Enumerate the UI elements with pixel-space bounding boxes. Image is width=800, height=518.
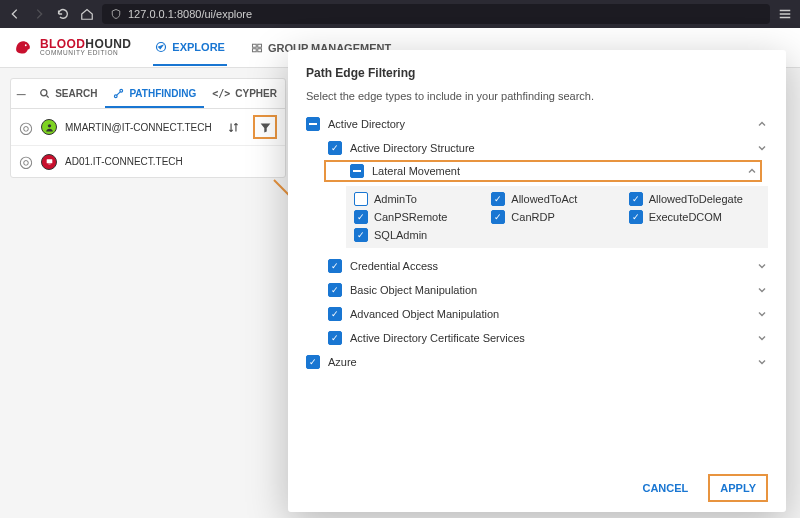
group-azure[interactable]: Azure	[306, 350, 768, 374]
edge-label: SQLAdmin	[374, 229, 427, 241]
group-adv-label: Advanced Object Manipulation	[350, 308, 748, 320]
target-icon: ◎	[19, 152, 33, 171]
tab-pathfinding[interactable]: PATHFINDING	[105, 79, 204, 108]
svg-point-0	[25, 44, 27, 46]
back-icon[interactable]	[8, 7, 22, 21]
computer-icon	[41, 154, 57, 170]
end-node-text: AD01.IT-CONNECT.TECH	[65, 156, 277, 167]
logo-icon	[12, 37, 34, 59]
code-icon: </>	[212, 88, 230, 99]
checkbox-unchecked-icon[interactable]	[354, 192, 368, 206]
checkbox-checked-icon[interactable]	[328, 307, 342, 321]
cancel-button[interactable]: CANCEL	[632, 474, 698, 502]
edge-allowedtoact[interactable]: AllowedToAct	[491, 192, 622, 206]
group-ad-label: Active Directory	[328, 118, 748, 130]
group-icon	[251, 42, 263, 54]
chevron-down-icon[interactable]	[756, 284, 768, 296]
tab-search-label: SEARCH	[55, 88, 97, 99]
svg-point-7	[115, 95, 118, 98]
chevron-down-icon[interactable]	[756, 356, 768, 368]
logo: BLOODHOUND COMMUNITY EDITION	[12, 37, 131, 59]
svg-rect-3	[258, 44, 262, 47]
group-credential-access[interactable]: Credential Access	[306, 254, 768, 278]
chevron-down-icon[interactable]	[756, 142, 768, 154]
edge-grid: AdminTo AllowedToAct AllowedToDelegate C…	[346, 186, 768, 248]
edge-label: CanRDP	[511, 211, 554, 223]
menu-icon[interactable]	[778, 7, 792, 21]
start-node-text: MMARTIN@IT-CONNECT.TECH	[65, 122, 213, 133]
shield-icon	[110, 8, 122, 20]
checkbox-checked-icon[interactable]	[354, 210, 368, 224]
checkbox-checked-icon[interactable]	[629, 192, 643, 206]
svg-rect-5	[258, 48, 262, 51]
modal-title: Path Edge Filtering	[306, 66, 768, 80]
edge-canpsremote[interactable]: CanPSRemote	[354, 210, 485, 224]
group-azure-label: Azure	[328, 356, 748, 368]
modal-desc: Select the edge types to include in your…	[306, 90, 768, 102]
group-adcs[interactable]: Active Directory Certificate Services	[306, 326, 768, 350]
chevron-down-icon[interactable]	[756, 308, 768, 320]
tab-pathfinding-label: PATHFINDING	[129, 88, 196, 99]
browser-chrome: 127.0.0.1:8080/ui/explore	[0, 0, 800, 28]
svg-point-8	[120, 89, 123, 92]
edge-label: AllowedToAct	[511, 193, 577, 205]
checkbox-checked-icon[interactable]	[354, 228, 368, 242]
group-basic-object[interactable]: Basic Object Manipulation	[306, 278, 768, 302]
apply-button[interactable]: APPLY	[708, 474, 768, 502]
group-active-directory[interactable]: Active Directory	[306, 112, 768, 136]
checkbox-checked-icon[interactable]	[491, 210, 505, 224]
tab-cypher[interactable]: </> CYPHER	[204, 79, 285, 108]
svg-point-9	[47, 124, 50, 127]
edge-label: ExecuteDCOM	[649, 211, 722, 223]
address-bar[interactable]: 127.0.0.1:8080/ui/explore	[102, 4, 770, 24]
chevron-down-icon[interactable]	[756, 260, 768, 272]
reload-icon[interactable]	[56, 7, 70, 21]
checkbox-checked-icon[interactable]	[491, 192, 505, 206]
home-icon[interactable]	[80, 7, 94, 21]
group-cred-label: Credential Access	[350, 260, 748, 272]
end-node-row[interactable]: ◎ AD01.IT-CONNECT.TECH	[11, 146, 285, 177]
edge-adminto[interactable]: AdminTo	[354, 192, 485, 206]
tab-explore-label: EXPLORE	[172, 41, 225, 53]
logo-subtitle: COMMUNITY EDITION	[40, 50, 131, 57]
filter-button[interactable]	[253, 115, 277, 139]
edge-executedcom[interactable]: ExecuteDCOM	[629, 210, 760, 224]
tab-explore[interactable]: EXPLORE	[153, 30, 227, 66]
checkbox-checked-icon[interactable]	[328, 141, 342, 155]
checkbox-indeterminate-icon[interactable]	[306, 117, 320, 131]
checkbox-indeterminate-icon[interactable]	[350, 164, 364, 178]
user-icon	[41, 119, 57, 135]
edge-allowedtodelegate[interactable]: AllowedToDelegate	[629, 192, 760, 206]
svg-rect-4	[252, 48, 256, 51]
svg-rect-11	[48, 164, 50, 165]
edge-sqladmin[interactable]: SQLAdmin	[354, 228, 485, 242]
target-icon: ◎	[19, 118, 33, 137]
checkbox-checked-icon[interactable]	[629, 210, 643, 224]
checkbox-checked-icon[interactable]	[306, 355, 320, 369]
edge-canrdp[interactable]: CanRDP	[491, 210, 622, 224]
group-adcs-label: Active Directory Certificate Services	[350, 332, 748, 344]
path-icon	[113, 88, 124, 99]
svg-rect-2	[252, 44, 256, 47]
edge-label: AllowedToDelegate	[649, 193, 743, 205]
svg-rect-10	[46, 159, 52, 163]
tab-search[interactable]: SEARCH	[31, 79, 105, 108]
chevron-up-icon[interactable]	[746, 165, 758, 177]
checkbox-checked-icon[interactable]	[328, 283, 342, 297]
forward-icon	[32, 7, 46, 21]
group-advanced-object[interactable]: Advanced Object Manipulation	[306, 302, 768, 326]
swap-button[interactable]	[221, 115, 245, 139]
chevron-down-icon[interactable]	[756, 332, 768, 344]
group-lateral-movement[interactable]: Lateral Movement	[324, 160, 762, 182]
group-ad-structure[interactable]: Active Directory Structure	[306, 136, 768, 160]
explore-icon	[155, 41, 167, 53]
checkbox-checked-icon[interactable]	[328, 259, 342, 273]
checkbox-checked-icon[interactable]	[328, 331, 342, 345]
search-icon	[39, 88, 50, 99]
chevron-up-icon[interactable]	[756, 118, 768, 130]
edge-label: AdminTo	[374, 193, 417, 205]
tab-cypher-label: CYPHER	[235, 88, 277, 99]
svg-point-6	[41, 90, 47, 96]
collapse-icon[interactable]: –	[11, 85, 31, 103]
start-node-row[interactable]: ◎ MMARTIN@IT-CONNECT.TECH	[11, 109, 285, 145]
